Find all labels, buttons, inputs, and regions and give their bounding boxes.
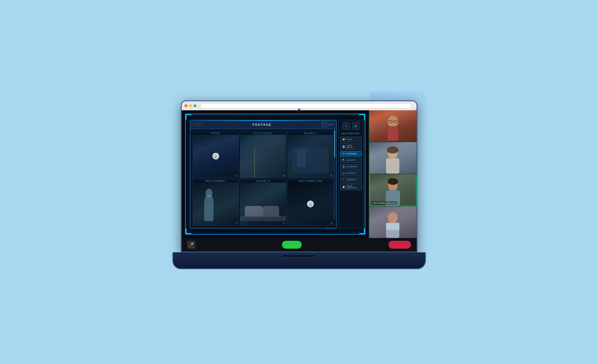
footage-close-button[interactable]: × (322, 122, 327, 127)
laptop-container: FOOTAGE × OFFICE (172, 95, 426, 269)
footage-feed-gallery-c: °F (288, 135, 333, 178)
footage-feed-utility: °F (240, 135, 286, 178)
footage-temp-gallery-b: °F (283, 223, 285, 224)
settings-button[interactable]: ⚙ (352, 122, 359, 130)
svg-rect-8 (386, 158, 399, 174)
footage-feed-office: 🔒 °C (193, 135, 239, 178)
video-feed-2 (369, 142, 417, 174)
lock-icon-east-street: 🔒 (307, 201, 314, 207)
footage-cell-utility[interactable]: UTILITY CLOSET °F (240, 131, 286, 178)
browser-dot-yellow[interactable] (189, 104, 192, 107)
end-call-button[interactable] (388, 241, 411, 249)
corner-decoration-br (359, 228, 365, 234)
footage-nav (193, 123, 202, 126)
footage-cell-label-gallery-c: GALLERY C (288, 132, 333, 135)
video-feed-1 (369, 110, 417, 142)
evidence-button[interactable]: 🔬 EVIDENCE (340, 164, 362, 169)
side-menu: ? ⚙ WELCOME MAX! 📁 FILES 💾 HARD DRIVE (338, 120, 364, 228)
footage-scrollbar[interactable] (334, 129, 335, 219)
license-icon: 🚗 (342, 172, 345, 174)
footage-feed-east-stairwell: °F (193, 183, 239, 226)
footage-cell-east-street[interactable]: EAST STREET VIEW 🔒 °F (287, 179, 334, 226)
footage-cell-label-east-street: EAST STREET VIEW (288, 179, 333, 183)
footage-title: FOOTAGE (202, 123, 322, 126)
footage-control-1 (328, 124, 330, 125)
issue-warrant-button[interactable]: 📋 ISSUE WARRANT (340, 183, 362, 190)
mic-button[interactable]: 🎤 (187, 241, 195, 249)
svg-point-7 (387, 147, 399, 154)
footage-header: FOOTAGE × (190, 120, 336, 129)
evidence-icon: 🔬 (342, 165, 345, 168)
hard-drive-icon: 💾 (342, 145, 345, 148)
footage-cell-label-east-stairwell: EAST STAIRWELL (193, 179, 239, 183)
corner-decoration-bl (186, 228, 191, 234)
browser-address-bar[interactable] (200, 103, 412, 108)
footage-button[interactable]: 📷 FOOTAGE (340, 151, 362, 156)
svg-rect-14 (386, 223, 399, 230)
files-button[interactable]: 📁 FILES (340, 137, 362, 142)
footage-cell-label-utility: UTILITY CLOSET (240, 132, 286, 135)
laptop-screen: FOOTAGE × OFFICE (181, 100, 417, 252)
video-panel: Team Building Hub Host (369, 110, 417, 238)
footage-cell-office[interactable]: OFFICE 🔒 °C (193, 131, 239, 178)
footage-scrollbar-thumb (334, 130, 335, 158)
footage-temp-utility: °F (283, 175, 285, 177)
footage-icon: 📷 (342, 152, 345, 155)
svg-point-12 (388, 212, 398, 223)
license-button[interactable]: 🚗 LICENSE (340, 170, 362, 176)
corner-decoration-tl (186, 114, 191, 120)
svg-rect-2 (388, 127, 398, 141)
footage-control-2 (331, 124, 333, 125)
bottom-bar: 🎤 (182, 238, 417, 251)
footage-nav-item-2 (198, 123, 202, 126)
footage-cell-label-gallery-b: GALLERY B (240, 179, 286, 183)
corner-decoration-tr (359, 114, 365, 120)
game-panel: FOOTAGE × OFFICE (182, 110, 369, 238)
footage-cell-east-stairwell[interactable]: EAST STAIRWELL °F (193, 179, 239, 226)
browser-dot-red[interactable] (184, 104, 187, 107)
svg-point-0 (388, 116, 398, 128)
footage-temp-office: °C (235, 175, 237, 177)
footage-grid: OFFICE 🔒 °C UTILITY CLOSET (190, 129, 336, 228)
identity-icon: 🔍 (342, 159, 345, 161)
footage-cell-gallery-c[interactable]: GALLERY C °F (287, 131, 334, 178)
menu-welcome-text: WELCOME MAX! (340, 132, 362, 134)
browser-dot-green[interactable] (194, 104, 196, 107)
files-icon: 📁 (342, 138, 345, 141)
video-feed-4 (369, 206, 417, 238)
footage-cell-gallery-b[interactable]: GALLERY B °F (240, 179, 286, 226)
warrant-icon: 📋 (342, 186, 345, 188)
footage-feed-gallery-b: °F (240, 183, 286, 226)
video-feed-3-host: Team Building Hub Host (369, 174, 417, 206)
app-area: FOOTAGE × OFFICE (182, 110, 417, 238)
footage-feed-east-street: 🔒 °F (288, 183, 333, 226)
h-line-decoration (327, 229, 338, 229)
identity-button[interactable]: 🔍 IDENTITY (340, 158, 362, 163)
address-icon: 📍 (342, 178, 345, 181)
footage-temp-east-stairwell: °F (235, 223, 237, 224)
menu-top-icons: ? ⚙ (340, 122, 362, 130)
share-screen-button[interactable] (282, 241, 302, 249)
svg-point-10 (388, 178, 398, 185)
footage-cell-label-office: OFFICE (193, 132, 239, 135)
help-button[interactable]: ? (343, 122, 350, 130)
hard-drive-button[interactable]: 💾 HARD DRIVE (340, 143, 362, 150)
footage-temp-east-street: °F (330, 223, 332, 224)
laptop-base (172, 252, 426, 269)
footage-modal: FOOTAGE × OFFICE (190, 120, 337, 228)
lock-icon-office: 🔒 (212, 153, 219, 159)
host-label: Team Building Hub Host (372, 201, 397, 205)
footage-temp-gallery-c: °F (330, 175, 332, 177)
game-frame: FOOTAGE × OFFICE (185, 114, 365, 235)
address-button[interactable]: 📍 ADDRESS (340, 177, 362, 182)
footage-nav-item (193, 123, 197, 126)
